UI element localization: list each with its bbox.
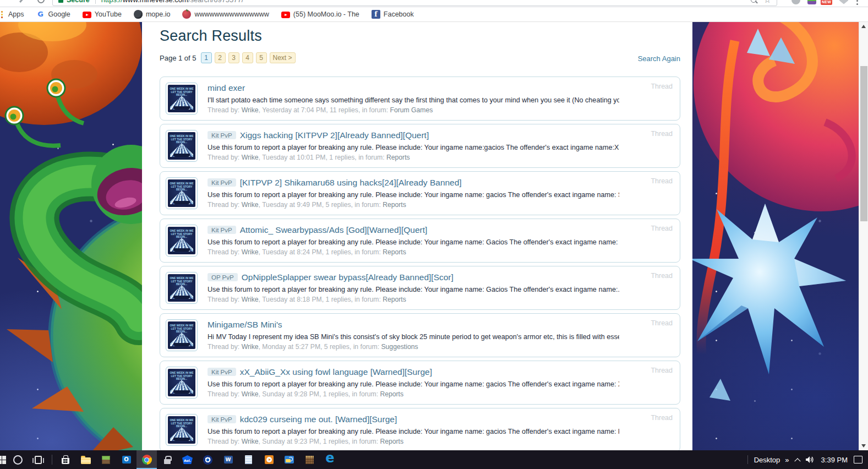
bookmark-item[interactable]: YouTube — [80, 10, 124, 18]
volume-icon[interactable] — [806, 456, 815, 463]
author-link[interactable]: Wrike — [242, 438, 259, 445]
author-link[interactable]: Wrike — [242, 106, 259, 114]
avatar[interactable]: ONE WEEK IN WE LET THE STORY BEGIN... — [166, 272, 198, 304]
action-center-icon[interactable] — [854, 456, 862, 463]
thread-meta: Thread by: Wrike, Monday at 5:27 PM, 5 r… — [208, 343, 619, 351]
start-icon[interactable] — [0, 450, 8, 469]
avatar[interactable]: ONE WEEK IN WE LET THE STORY BEGIN... — [166, 177, 198, 209]
task-view-icon[interactable] — [28, 450, 48, 469]
next-page-button[interactable]: Next > — [270, 52, 296, 63]
reload-icon[interactable] — [37, 0, 45, 3]
edge-icon[interactable] — [320, 450, 340, 469]
author-link[interactable]: Wrike — [242, 390, 259, 398]
cortana-icon[interactable] — [8, 450, 28, 469]
author-link[interactable]: Wrike — [242, 248, 259, 256]
aol-icon[interactable] — [177, 450, 198, 469]
bookmarks-bar: Apps Google YouTube mope.io wwwwwwwwwwww… — [0, 7, 868, 22]
search-again-link[interactable]: Search Again — [638, 54, 680, 63]
forum-link[interactable]: Forum Games — [390, 106, 433, 114]
thread-title-link[interactable]: Xiggs hacking [KITPVP 2][Already Banned]… — [240, 130, 429, 140]
page-button[interactable]: 2 — [215, 52, 226, 63]
file-explorer-icon[interactable] — [75, 450, 96, 469]
extension-icon[interactable] — [791, 0, 800, 4]
page-button[interactable]: 3 — [228, 52, 239, 63]
chrome-icon[interactable] — [137, 450, 157, 469]
forum-link[interactable]: Reports — [380, 438, 403, 445]
clock[interactable]: 3:39 PM — [821, 456, 848, 464]
open-book-icon — [170, 332, 193, 346]
avatar-text: ONE WEEK IN WE LET THE STORY BEGIN... — [168, 227, 195, 239]
show-hidden-icons-chevron[interactable] — [794, 458, 800, 464]
avatar[interactable]: ONE WEEK IN WE LET THE STORY BEGIN... — [166, 225, 198, 257]
sync-icon[interactable] — [279, 450, 299, 469]
search-result-item[interactable]: ONE WEEK IN WE LET THE STORY BEGIN... Ki… — [160, 408, 680, 450]
thread-meta: Thread by: Wrike, Tuesday at 8:24 PM, 1 … — [208, 248, 619, 256]
page-button[interactable]: 5 — [256, 52, 267, 63]
search-result-item[interactable]: ONE WEEK IN WE LET THE STORY BEGIN... Ki… — [160, 171, 680, 215]
url-bar[interactable]: Secure https://www.mineverse.com/search/… — [52, 0, 777, 6]
author-link[interactable]: Wrike — [242, 343, 259, 351]
thread-title-link[interactable]: mind exer — [208, 83, 245, 93]
avatar-book-image: ONE WEEK IN WE LET THE STORY BEGIN... — [168, 274, 195, 302]
movies-icon[interactable] — [259, 450, 279, 469]
extension-icon[interactable]: NEW — [823, 0, 832, 4]
extension-icon[interactable] — [807, 0, 816, 4]
forum-link[interactable]: Suggestions — [381, 343, 418, 351]
author-link[interactable]: Wrike — [242, 154, 259, 161]
thread-title-link[interactable]: [KITPVP 2] Shikamaru68 using hacks[24][A… — [240, 178, 462, 188]
search-result-item[interactable]: ONE WEEK IN WE LET THE STORY BEGIN... Ki… — [160, 219, 680, 263]
forum-link[interactable]: Reports — [380, 390, 403, 398]
forum-link[interactable]: Reports — [383, 201, 406, 209]
outlook-icon[interactable] — [116, 450, 137, 469]
bookmark-item[interactable]: Google — [34, 10, 73, 19]
open-book-icon — [170, 427, 193, 441]
page-scrollbar[interactable] — [859, 22, 868, 450]
search-icon[interactable] — [751, 0, 756, 3]
search-result-item[interactable]: ONE WEEK IN WE LET THE STORY BEGIN... Ki… — [160, 124, 680, 168]
page-button[interactable]: 4 — [242, 52, 253, 63]
thread-title-link[interactable]: Attomic_ Swearbypass/Ads [God][Warned][Q… — [240, 225, 428, 235]
bookmark-item[interactable]: wwwwwwwwwwwwwww — [180, 10, 271, 19]
avatar[interactable]: ONE WEEK IN WE LET THE STORY BEGIN... — [166, 319, 198, 351]
search-result-item[interactable]: ONE WEEK IN WE LET THE STORY BEGIN... OP… — [160, 266, 680, 310]
scrollbar-thumb[interactable] — [860, 66, 867, 221]
extension-shield-icon[interactable] — [839, 0, 848, 4]
avatar[interactable]: ONE WEEK IN WE LET THE STORY BEGIN... — [166, 83, 198, 114]
search-result-item[interactable]: ONE WEEK IN WE LET THE STORY BEGIN... mi… — [160, 77, 680, 121]
bookmark-item[interactable]: Apps — [1, 10, 26, 19]
author-link[interactable]: Wrike — [242, 296, 259, 303]
toolbar-overflow-icon[interactable]: » — [785, 456, 789, 464]
bookmark-item[interactable]: (55) MooMoo.io - The — [279, 10, 362, 18]
avatar[interactable]: ONE WEEK IN WE LET THE STORY BEGIN... — [166, 414, 198, 446]
notepad-icon[interactable] — [238, 450, 259, 469]
forum-link[interactable]: Reports — [383, 296, 406, 303]
padlock-icon[interactable] — [157, 450, 177, 469]
scroll-up-icon[interactable] — [861, 25, 866, 28]
thread-title-link[interactable]: kdc029 curseing me out. [Warned][Surge] — [240, 415, 397, 424]
url-text[interactable]: https://www.mineverse.com/search/6975577… — [101, 0, 244, 4]
minecraft-icon[interactable] — [96, 450, 116, 469]
forum-link[interactable]: Reports — [386, 154, 410, 161]
cage-icon[interactable] — [299, 450, 320, 469]
thread-title-link[interactable]: xX_AbiiG_Xx using fowl language [Warned]… — [240, 367, 432, 377]
forum-link[interactable]: Reports — [383, 248, 406, 256]
scroll-down-icon[interactable] — [861, 444, 866, 448]
search-result-item[interactable]: ONE WEEK IN WE LET THE STORY BEGIN... Ki… — [160, 361, 680, 405]
avatar[interactable]: ONE WEEK IN WE LET THE STORY BEGIN... — [166, 130, 198, 162]
avatar[interactable]: ONE WEEK IN WE LET THE STORY BEGIN... — [166, 367, 198, 399]
bookmark-star-icon[interactable]: ☆ — [764, 0, 771, 4]
desktop-toolbar-label[interactable]: Desktop — [754, 456, 780, 464]
result-type-label: Thread — [651, 319, 673, 327]
word-icon[interactable] — [218, 450, 238, 469]
thread-title-link[interactable]: OpNippleSplapper swear bypass[Already Ba… — [242, 272, 454, 282]
author-link[interactable]: Wrike — [242, 201, 259, 209]
store-icon[interactable] — [55, 450, 75, 469]
target-icon[interactable] — [198, 450, 218, 469]
page-button[interactable]: 1 — [201, 52, 212, 63]
search-result-item[interactable]: ONE WEEK IN WE LET THE STORY BEGIN... Mi… — [160, 313, 680, 357]
bookmark-item[interactable]: mope.io — [132, 10, 172, 19]
thread-title-link[interactable]: Minigame/SB Mini's — [208, 320, 282, 330]
bookmark-item[interactable]: Facebook — [369, 10, 416, 19]
forward-icon[interactable] — [19, 0, 25, 3]
page-counter-label: Page 1 of 5 — [160, 54, 196, 62]
